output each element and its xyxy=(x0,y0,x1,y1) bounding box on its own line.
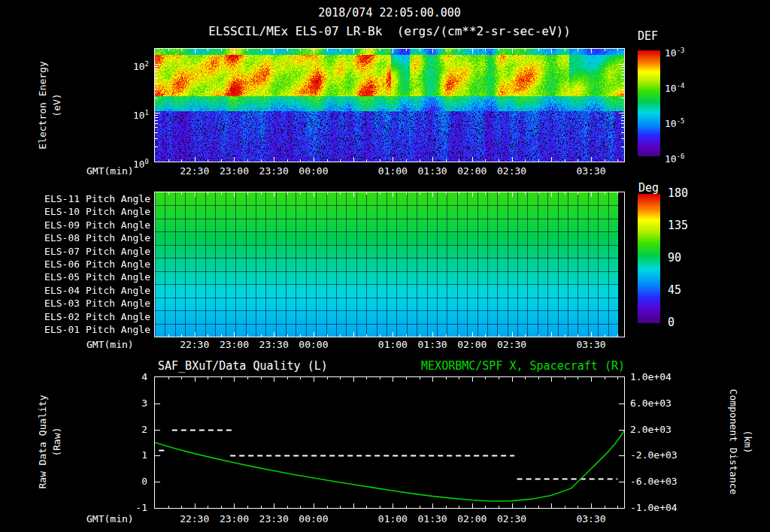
x-tick xyxy=(274,377,274,382)
x-tick xyxy=(499,377,499,379)
x-tick xyxy=(314,49,314,53)
x-tick xyxy=(181,192,182,195)
x-tick xyxy=(287,334,288,337)
x-tick-label: 02:30 xyxy=(493,513,531,525)
gmt-label-2: GMT(min) xyxy=(86,339,134,351)
x-tick xyxy=(366,506,367,508)
x-tick xyxy=(274,503,274,508)
x-tick xyxy=(314,192,314,197)
x-tick xyxy=(525,377,526,379)
x-tick-label: 23:30 xyxy=(255,165,293,177)
left-axis-tick-label: 4 xyxy=(111,371,147,383)
x-tick xyxy=(485,377,486,379)
x-tick xyxy=(168,49,169,51)
component-distance-ylabel-line1: Component Distance xyxy=(726,389,741,495)
x-tick xyxy=(221,377,222,379)
x-tick xyxy=(274,332,274,337)
x-tick xyxy=(551,157,552,162)
quality-distance-canvas xyxy=(155,377,624,508)
x-tick xyxy=(446,506,447,508)
x-tick xyxy=(221,334,222,337)
x-tick-label: 23:00 xyxy=(215,165,253,177)
y-tick xyxy=(619,455,624,456)
spectrogram-units: (ergs/(cm**2-sr-sec-eV)) xyxy=(397,24,571,38)
x-tick xyxy=(499,506,499,508)
y-minor-tick xyxy=(621,132,624,133)
x-tick xyxy=(168,506,169,508)
x-tick xyxy=(181,159,182,162)
x-tick xyxy=(406,334,407,337)
left-axis-tick-label: 3 xyxy=(111,397,147,410)
x-tick xyxy=(420,159,420,162)
x-tick xyxy=(406,192,407,195)
pitch-angle-canvas xyxy=(155,192,624,337)
x-tick xyxy=(578,334,578,337)
x-tick xyxy=(538,377,539,379)
x-tick xyxy=(261,334,262,337)
plot-screen: 2018/074 22:05:00.000 ELSSCIL/MEx ELS-07… xyxy=(0,0,770,532)
raw-quality-ylabel-line2: (Raw) xyxy=(50,394,64,488)
y-tick xyxy=(619,404,624,404)
x-tick xyxy=(234,377,235,382)
pitch-row-label: ELS-05 Pitch Angle xyxy=(44,271,150,283)
x-tick xyxy=(393,192,393,197)
x-tick xyxy=(300,506,301,508)
x-tick xyxy=(551,377,552,382)
y-tick-label: 101 xyxy=(110,107,149,122)
x-tick xyxy=(617,49,618,51)
y-minor-tick xyxy=(621,123,624,124)
x-tick xyxy=(327,334,328,337)
x-tick xyxy=(499,49,499,51)
y-minor-tick xyxy=(155,71,158,72)
y-minor-tick xyxy=(621,66,624,67)
x-tick xyxy=(353,157,354,162)
x-tick xyxy=(168,377,169,379)
x-tick xyxy=(340,192,341,195)
x-tick xyxy=(432,332,433,337)
x-tick xyxy=(247,506,248,508)
x-tick xyxy=(578,377,578,379)
raw-quality-ylabel: Raw Data Quality (Raw) xyxy=(35,394,64,488)
x-tick xyxy=(499,192,499,195)
y-tick xyxy=(155,482,160,482)
x-tick xyxy=(168,159,169,162)
deg-tick-label: 0 xyxy=(668,316,675,328)
x-tick xyxy=(300,159,301,162)
right-axis-tick-label: -2.0e+03 xyxy=(630,449,678,461)
x-tick xyxy=(327,192,328,195)
x-tick xyxy=(327,377,328,379)
x-tick-label: 01:00 xyxy=(374,165,411,177)
colorbar-tick-label: 10-4 xyxy=(665,80,685,95)
y-tick xyxy=(619,482,624,482)
x-tick-label: 01:00 xyxy=(374,513,411,525)
x-tick xyxy=(420,192,420,195)
x-tick xyxy=(393,377,393,382)
x-tick xyxy=(605,159,605,162)
x-tick xyxy=(591,49,592,53)
x-tick-label: 03:30 xyxy=(572,339,610,351)
x-tick xyxy=(366,49,367,51)
x-tick xyxy=(366,377,367,379)
electron-energy-spectrogram-canvas xyxy=(155,49,624,162)
x-tick xyxy=(274,49,274,53)
y-minor-tick xyxy=(155,147,158,147)
x-tick-label: 00:00 xyxy=(295,165,332,177)
x-tick xyxy=(499,334,499,337)
x-tick xyxy=(446,49,447,51)
x-tick xyxy=(512,332,513,337)
y-minor-tick xyxy=(621,120,624,121)
y-tick xyxy=(155,455,160,456)
x-tick xyxy=(314,503,314,508)
x-tick xyxy=(287,377,288,379)
spacecraft-title: MEXORBMC/SPF X, Spacecraft (R) xyxy=(154,359,625,373)
x-tick xyxy=(472,157,473,162)
x-tick xyxy=(459,49,459,51)
x-tick xyxy=(181,506,182,508)
y-minor-tick xyxy=(155,115,158,116)
x-tick xyxy=(591,157,592,162)
x-tick xyxy=(512,377,513,382)
pitch-row-label: ELS-01 Pitch Angle xyxy=(44,324,150,336)
x-tick xyxy=(300,377,301,379)
x-tick xyxy=(195,377,196,382)
x-tick xyxy=(274,192,274,197)
